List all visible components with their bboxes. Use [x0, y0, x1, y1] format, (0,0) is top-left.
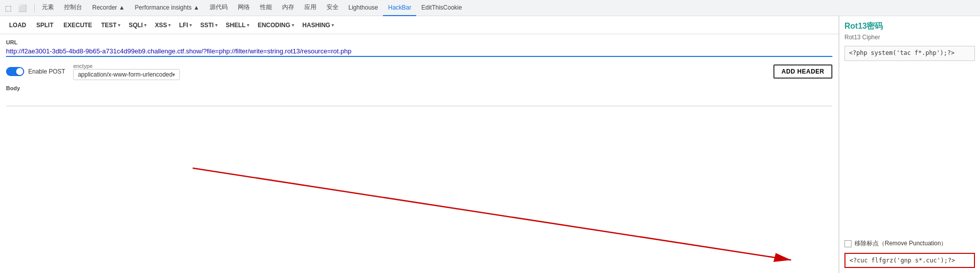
rot13-subtitle: Rot13 Cipher [844, 34, 975, 41]
select-arrow-icon: ▾ [172, 72, 175, 78]
enctype-value: application/x-www-form-urlencoded [78, 71, 172, 78]
hackbar-panel: LOADSPLITEXECUTETEST▾SQLI▾XSS▾LFI▾SSTI▾S… [0, 16, 839, 273]
toolbar-execute[interactable]: EXECUTE [58, 20, 97, 31]
inspect-icon[interactable]: ⬜ [16, 2, 28, 14]
cursor-icon[interactable]: ⬚ [2, 2, 14, 14]
toolbar-hashing[interactable]: HASHING▾ [298, 20, 338, 31]
tab-performance-insights[interactable]: Performance insights ▲ [130, 0, 205, 16]
lfi-dropdown-arrow: ▾ [189, 23, 192, 28]
top-nav: ⬚ ⬜ 元素控制台Recorder ▲Performance insights … [0, 0, 980, 16]
hashing-dropdown-arrow: ▾ [332, 23, 334, 28]
svg-line-1 [192, 168, 791, 260]
tab-hackbar[interactable]: HackBar [383, 0, 416, 16]
shell-dropdown-arrow: ▾ [247, 23, 249, 28]
nav-divider [34, 4, 35, 13]
tab-network[interactable]: 网络 [233, 0, 255, 16]
nav-tabs-container: 元素控制台Recorder ▲Performance insights ▲源代码… [37, 0, 467, 16]
rot13-spacer [844, 66, 975, 239]
toggle-knob [16, 68, 23, 75]
rot13-checkbox-row: 移除标点（Remove Punctuation） [844, 239, 975, 248]
xss-dropdown-arrow: ▾ [168, 23, 171, 28]
enctype-select[interactable]: application/x-www-form-urlencoded ▾ [73, 69, 180, 80]
post-row: Enable POST enctype application/x-www-fo… [6, 63, 832, 80]
toolbar-xss[interactable]: XSS▾ [151, 20, 175, 31]
main-layout: LOADSPLITEXECUTETEST▾SQLI▾XSS▾LFI▾SSTI▾S… [0, 16, 980, 273]
enable-post-label: Enable POST [28, 68, 65, 75]
tab-console[interactable]: 控制台 [59, 0, 87, 16]
tab-lighthouse[interactable]: Lighthouse [344, 0, 383, 16]
content-area: URL Enable POST enctype application/x-ww… [0, 34, 838, 273]
body-label: Body [6, 85, 832, 91]
toolbar-test[interactable]: TEST▾ [97, 20, 125, 31]
ssti-dropdown-arrow: ▾ [215, 23, 218, 28]
remove-punctuation-label: 移除标点（Remove Punctuation） [855, 239, 947, 248]
toolbar-split[interactable]: SPLIT [31, 20, 58, 31]
encoding-dropdown-arrow: ▾ [292, 23, 294, 28]
rot13-output: <?cuc flfgrz('gnp s*.cuc');?> [844, 253, 975, 268]
tab-elements[interactable]: 元素 [37, 0, 59, 16]
tab-source[interactable]: 源代码 [205, 0, 233, 16]
enctype-label: enctype [73, 63, 180, 69]
tab-recorder[interactable]: Recorder ▲ [87, 0, 130, 16]
tab-application[interactable]: 应用 [299, 0, 321, 16]
toolbar-encoding[interactable]: ENCODING▾ [253, 20, 298, 31]
url-label: URL [6, 39, 832, 45]
hackbar-toolbar: LOADSPLITEXECUTETEST▾SQLI▾XSS▾LFI▾SSTI▾S… [0, 16, 838, 34]
body-textarea[interactable] [6, 92, 832, 106]
tab-editthiscookie[interactable]: EditThisCookie [416, 0, 467, 16]
toolbar-load[interactable]: LOAD [4, 20, 31, 31]
rot13-input[interactable]: <?php system('tac f*.php');?> [844, 46, 975, 61]
tab-security[interactable]: 安全 [321, 0, 344, 16]
enable-post-toggle[interactable] [6, 67, 24, 76]
url-section: URL [6, 39, 832, 57]
remove-punctuation-checkbox[interactable] [844, 240, 852, 247]
add-header-button[interactable]: ADD HEADER [773, 64, 832, 79]
toolbar-shell[interactable]: SHELL▾ [222, 20, 253, 31]
tab-memory[interactable]: 内存 [277, 0, 299, 16]
nav-icons: ⬚ ⬜ [2, 2, 28, 14]
toolbar-ssti[interactable]: SSTI▾ [196, 20, 222, 31]
enctype-section: enctype application/x-www-form-urlencode… [73, 63, 765, 80]
url-input[interactable] [6, 46, 832, 57]
toolbar-lfi[interactable]: LFI▾ [175, 20, 196, 31]
toggle-container: Enable POST [6, 67, 65, 76]
rot13-panel: Rot13密码 Rot13 Cipher <?php system('tac f… [839, 16, 980, 273]
tab-performance[interactable]: 性能 [255, 0, 277, 16]
body-section: Body [6, 85, 832, 108]
test-dropdown-arrow: ▾ [118, 23, 120, 28]
rot13-title: Rot13密码 [844, 21, 975, 32]
toolbar-sqli[interactable]: SQLI▾ [124, 20, 151, 31]
sqli-dropdown-arrow: ▾ [144, 23, 147, 28]
